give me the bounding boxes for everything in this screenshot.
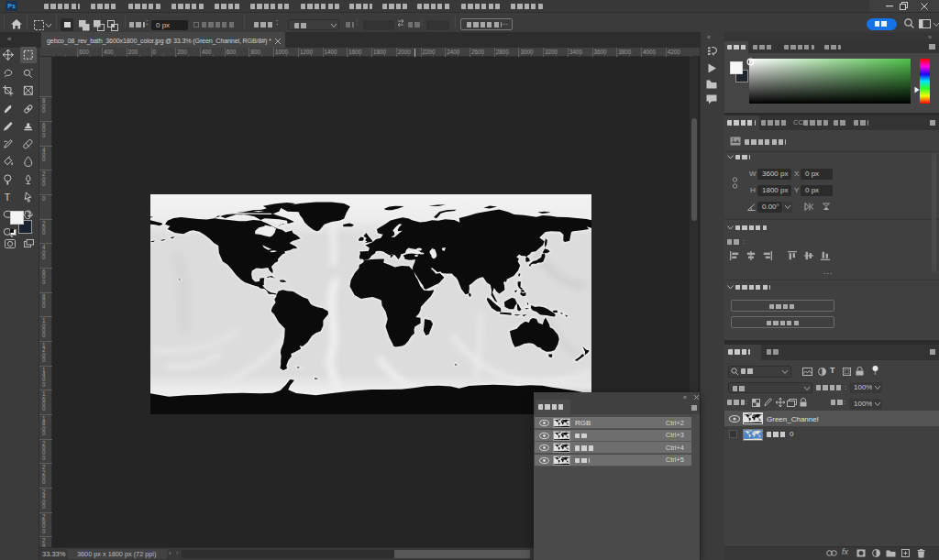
svg-text:T: T [5,192,11,203]
